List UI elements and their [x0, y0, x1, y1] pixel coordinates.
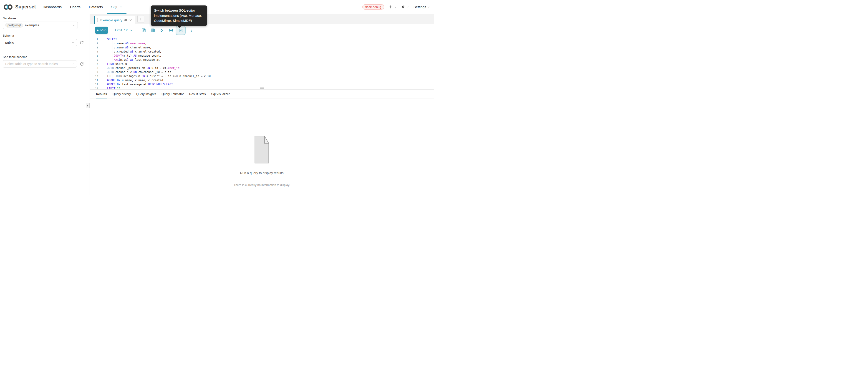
results-tab-sql-visualizer[interactable]: Sql Visualizer — [211, 90, 230, 98]
editor-code: SELECT u.name AS user_name, c.name AS ch… — [98, 37, 434, 89]
document-icon — [254, 136, 269, 163]
code-line: COUNT(m.ts) AS message_count, — [107, 54, 434, 58]
add-tab-button[interactable] — [137, 15, 144, 23]
code-line: u.name AS user_name, — [107, 41, 434, 45]
sidebar-resize-handle[interactable] — [89, 103, 90, 108]
query-tab[interactable]: Example query — [94, 16, 135, 24]
sql-lab-app: Superset Dashboards Charts Datasets SQL … — [0, 0, 434, 195]
code-line: MAX(m.ts) AS last_message_at — [107, 58, 434, 62]
code-line: c.name AS channel_name, — [107, 45, 434, 50]
line-number: 2 — [90, 41, 98, 45]
table-schema-label: See table schema — [3, 55, 84, 59]
toolbar-divider — [188, 26, 188, 34]
switch-editor-tooltip: Switch between SQL editor implementation… — [151, 5, 207, 26]
chevron-down-icon — [394, 6, 397, 8]
drag-handle-icon[interactable] — [97, 18, 98, 22]
nav-item-datasets[interactable]: Datasets — [89, 0, 103, 14]
settings-menu[interactable]: Settings — [413, 5, 430, 9]
run-query-button[interactable]: Run — [95, 27, 108, 34]
database-label: Database — [3, 17, 84, 20]
superset-logo[interactable]: Superset — [0, 4, 36, 10]
refresh-icon — [80, 41, 84, 44]
database-value: examples — [25, 24, 39, 27]
database-select[interactable]: postgresql examples — [3, 22, 78, 29]
copy-link-button[interactable] — [159, 28, 164, 33]
results-tab-result-stats[interactable]: Result Stats — [189, 90, 206, 98]
preview-table-button[interactable] — [150, 28, 155, 33]
results-tab-query-history[interactable]: Query history — [113, 90, 131, 98]
save-query-button[interactable] — [141, 28, 146, 33]
width-icon — [169, 28, 173, 33]
code-line: JOIN channels c ON cm.channel_id = c.id — [107, 70, 434, 74]
environment-badge: flask-debug — [362, 4, 384, 9]
line-number: 10 — [90, 74, 98, 78]
nav-item-dashboards[interactable]: Dashboards — [42, 0, 62, 14]
close-icon[interactable] — [129, 19, 132, 22]
chevron-down-icon — [406, 6, 409, 8]
sidebar-divider — [3, 51, 84, 51]
line-number: 6 — [90, 58, 98, 62]
refresh-tables-button[interactable] — [80, 62, 84, 66]
query-tab-label: Example query — [100, 19, 122, 22]
nav-item-charts[interactable]: Charts — [70, 0, 81, 14]
chevron-left-icon — [87, 104, 89, 107]
editor-tabstrip: Example query — [90, 14, 434, 24]
more-options-button[interactable] — [189, 28, 194, 33]
schema-select[interactable]: public — [3, 39, 77, 46]
results-tab-query-insights[interactable]: Query Insights — [136, 90, 156, 98]
settings-label: Settings — [413, 5, 426, 9]
edit-icon — [178, 28, 183, 33]
navbar-right: flask-debug Settings — [362, 4, 434, 9]
nav-item-label: SQL — [111, 5, 118, 9]
limit-label: Limit — [115, 28, 122, 32]
kebab-menu-icon — [189, 28, 194, 33]
estimate-cost-button[interactable] — [168, 28, 174, 33]
schema-label: Schema — [3, 34, 84, 37]
code-line: LEFT JOIN messages m ON m."user" = u.id … — [107, 74, 434, 78]
table-select[interactable]: Select table or type to search tables — [3, 60, 77, 67]
results-pane: ResultsQuery historyQuery InsightsQuery … — [90, 89, 434, 187]
line-number: 8 — [90, 66, 98, 70]
nav-item-sql[interactable]: SQL — [111, 0, 122, 14]
sql-editor[interactable]: 12345678910111213 SELECT u.name AS user_… — [90, 37, 434, 89]
theme-menu[interactable] — [401, 5, 409, 9]
line-number: 7 — [90, 62, 98, 66]
chevron-down-icon — [71, 41, 74, 44]
main-panel: Example query Run Limit 1K — [90, 14, 434, 195]
sun-icon — [401, 5, 405, 9]
play-icon — [97, 29, 99, 32]
line-number: 12 — [90, 82, 98, 86]
results-tab-query-estimator[interactable]: Query Estimator — [161, 90, 184, 98]
empty-state-subtitle: There is currently no information to dis… — [90, 183, 434, 187]
code-line: GROUP BY u.name, c.name, c.created — [107, 78, 434, 82]
database-engine-tag: postgresql — [5, 23, 23, 28]
line-number: 5 — [90, 54, 98, 58]
sidebar: Database postgresql examples Schema publ… — [0, 14, 89, 195]
line-number: 11 — [90, 78, 98, 82]
editor-resize-handle[interactable] — [260, 87, 264, 89]
row-limit-dropdown[interactable]: Limit 1K — [115, 28, 133, 32]
limit-value: 1K — [124, 28, 128, 32]
chevron-down-icon — [120, 6, 122, 8]
nav-item-label: Datasets — [89, 5, 103, 9]
plus-icon — [139, 17, 143, 21]
chevron-down-icon — [72, 24, 75, 27]
line-number: 9 — [90, 70, 98, 74]
empty-state-title: Run a query to display results — [90, 171, 434, 175]
brand-title: Superset — [15, 4, 36, 10]
save-icon — [142, 28, 146, 33]
new-item-menu[interactable] — [389, 5, 397, 9]
results-tab-results[interactable]: Results — [96, 90, 107, 98]
code-line: JOIN channel_members cm ON u.id = cm.use… — [107, 66, 434, 70]
editor-gutter: 12345678910111213 — [90, 37, 98, 89]
refresh-schemas-button[interactable] — [80, 41, 84, 44]
empty-state: Run a query to display results There is … — [90, 136, 434, 187]
run-button-label: Run — [100, 28, 106, 32]
chevron-down-icon — [130, 29, 133, 32]
indent-guide — [113, 41, 113, 89]
chevron-down-icon — [427, 6, 430, 8]
navbar: Superset Dashboards Charts Datasets SQL … — [0, 0, 434, 14]
code-line: FROM users u — [107, 62, 434, 66]
table-icon — [151, 28, 155, 33]
superset-infinity-icon — [3, 4, 13, 10]
